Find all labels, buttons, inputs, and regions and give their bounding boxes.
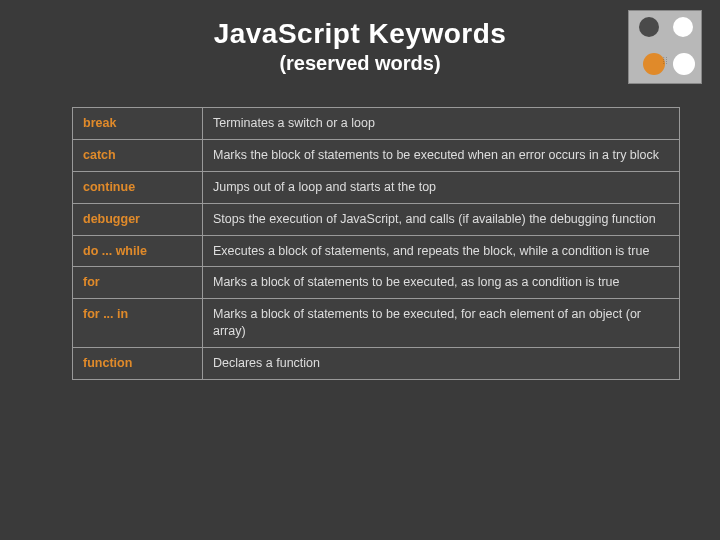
keywords-table-wrap: break Terminates a switch or a loop catc… xyxy=(72,107,680,380)
description-cell: Terminates a switch or a loop xyxy=(203,108,680,140)
description-cell: Marks a block of statements to be execut… xyxy=(203,267,680,299)
description-cell: Marks the block of statements to be exec… xyxy=(203,139,680,171)
keyword-cell: do ... while xyxy=(73,235,203,267)
keyword-cell: for ... in xyxy=(73,299,203,348)
description-cell: Declares a function xyxy=(203,348,680,380)
slide-logo: :::: xyxy=(628,10,702,84)
keywords-table: break Terminates a switch or a loop catc… xyxy=(72,107,680,380)
table-row: continue Jumps out of a loop and starts … xyxy=(73,171,680,203)
slide-header: JavaScript Keywords (reserved words) xyxy=(0,0,720,75)
keyword-cell: break xyxy=(73,108,203,140)
table-row: break Terminates a switch or a loop xyxy=(73,108,680,140)
table-row: for Marks a block of statements to be ex… xyxy=(73,267,680,299)
table-row: function Declares a function xyxy=(73,348,680,380)
keyword-cell: continue xyxy=(73,171,203,203)
slide-title: JavaScript Keywords xyxy=(0,18,720,50)
table-row: for ... in Marks a block of statements t… xyxy=(73,299,680,348)
description-cell: Executes a block of statements, and repe… xyxy=(203,235,680,267)
table-row: debugger Stops the execution of JavaScri… xyxy=(73,203,680,235)
table-row: catch Marks the block of statements to b… xyxy=(73,139,680,171)
slide-subtitle: (reserved words) xyxy=(0,52,720,75)
description-cell: Marks a block of statements to be execut… xyxy=(203,299,680,348)
table-row: do ... while Executes a block of stateme… xyxy=(73,235,680,267)
keyword-cell: for xyxy=(73,267,203,299)
description-cell: Jumps out of a loop and starts at the to… xyxy=(203,171,680,203)
description-cell: Stops the execution of JavaScript, and c… xyxy=(203,203,680,235)
keyword-cell: debugger xyxy=(73,203,203,235)
keyword-cell: function xyxy=(73,348,203,380)
keyword-cell: catch xyxy=(73,139,203,171)
